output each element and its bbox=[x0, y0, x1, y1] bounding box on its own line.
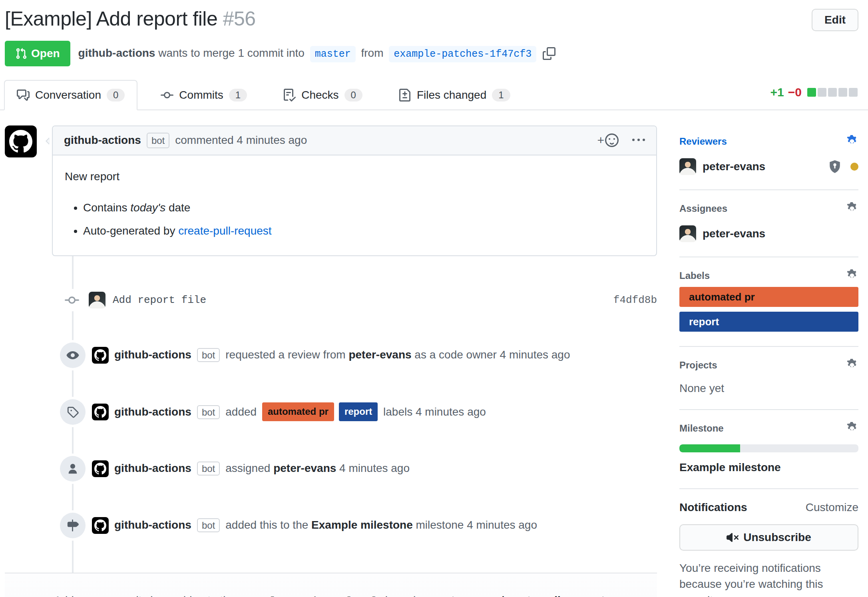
comment-author[interactable]: github-actions bbox=[64, 134, 141, 147]
diff-stats[interactable]: +1 −0 bbox=[770, 86, 858, 99]
diff-block-neutral bbox=[849, 88, 858, 97]
peter-evans-avatar[interactable] bbox=[679, 225, 696, 242]
gear-icon[interactable] bbox=[846, 359, 858, 372]
event-text: github-actionsbotadded automated prrepor… bbox=[114, 402, 486, 421]
projects-heading[interactable]: Projects bbox=[679, 359, 858, 372]
event-author[interactable]: github-actions bbox=[114, 462, 191, 474]
notifications-note: You’re receiving notifications because y… bbox=[679, 560, 858, 597]
gear-icon[interactable] bbox=[846, 269, 858, 282]
footer-repo[interactable]: peter-evans/create-pull-request bbox=[438, 594, 605, 597]
milestone-heading[interactable]: Milestone bbox=[679, 422, 858, 435]
commit-sha[interactable]: f4dfd8b bbox=[613, 294, 657, 306]
bot-badge: bot bbox=[197, 405, 220, 419]
github-actions-avatar[interactable] bbox=[92, 347, 109, 364]
eye-icon bbox=[60, 342, 86, 368]
shield-lock-icon bbox=[828, 160, 842, 173]
gear-icon[interactable] bbox=[846, 202, 858, 215]
milestone-link[interactable]: Example milestone bbox=[311, 519, 413, 531]
tab-commits-count: 1 bbox=[229, 89, 247, 101]
projects-section: Projects None yet bbox=[679, 347, 858, 410]
tag-icon bbox=[60, 399, 86, 425]
page-title: [Example] Add report file #56 bbox=[5, 6, 812, 32]
event-text: github-actionsbotrequested a review from… bbox=[114, 347, 570, 363]
pr-header: [Example] Add report file #56 Edit Open … bbox=[0, 0, 868, 67]
reviewers-heading[interactable]: Reviewers bbox=[679, 135, 858, 148]
pr-title-text: [Example] Add report file bbox=[5, 8, 217, 30]
event-author[interactable]: github-actions bbox=[114, 519, 191, 531]
pr-number: #56 bbox=[223, 8, 256, 30]
comment-body: New report Contains today's date Auto-ge… bbox=[53, 155, 656, 255]
reviewer-name[interactable]: peter-evans bbox=[703, 160, 765, 173]
unsubscribe-button[interactable]: Unsubscribe bbox=[679, 524, 858, 551]
copy-icon bbox=[543, 47, 555, 60]
label-automated-pr[interactable]: automated pr bbox=[679, 287, 858, 307]
create-pull-request-link[interactable]: create-pull-request bbox=[178, 225, 271, 237]
comment-action-text: commented 4 minutes ago bbox=[175, 134, 307, 147]
github-actions-avatar[interactable] bbox=[5, 125, 37, 157]
timeline-event-assigned: github-actionsbotassigned peter-evans 4 … bbox=[5, 456, 657, 482]
reviewers-section: Reviewers peter-evans bbox=[679, 128, 858, 190]
assignee-name[interactable]: peter-evans bbox=[703, 227, 765, 240]
labels-section: Labels automated pr report bbox=[679, 257, 858, 347]
label-report[interactable]: report bbox=[339, 402, 378, 421]
assignee-row: peter-evans bbox=[679, 225, 858, 242]
comment-bullet-1-emphasis: today's bbox=[130, 201, 165, 214]
timeline-event-review-requested: github-actionsbotrequested a review from… bbox=[5, 342, 657, 368]
labels-heading[interactable]: Labels bbox=[679, 269, 858, 282]
diff-block-neutral bbox=[838, 88, 847, 97]
copy-branch-button[interactable] bbox=[543, 47, 555, 60]
tab-commits[interactable]: Commits 1 bbox=[148, 80, 260, 110]
pr-sidebar: Reviewers peter-evans Assignees peter-ev… bbox=[679, 125, 858, 597]
committer-avatar[interactable] bbox=[89, 292, 106, 308]
tab-checks[interactable]: Checks 0 bbox=[270, 80, 375, 110]
git-pull-request-icon bbox=[15, 48, 27, 60]
commit-message[interactable]: Add report file bbox=[113, 294, 206, 306]
base-branch-label[interactable]: master bbox=[310, 46, 356, 62]
gear-icon[interactable] bbox=[846, 422, 858, 435]
footer-branch: example-patches-1f47cf3 bbox=[239, 595, 382, 597]
head-branch-label[interactable]: example-patches-1f47cf3 bbox=[389, 46, 536, 62]
octocat-icon bbox=[94, 406, 106, 418]
reviewer-name[interactable]: peter-evans bbox=[348, 348, 411, 361]
label-automated-pr[interactable]: automated pr bbox=[262, 402, 334, 421]
kebab-horizontal-icon bbox=[632, 134, 645, 147]
event-author[interactable]: github-actions bbox=[114, 348, 191, 361]
pr-tabs-bar: Conversation 0 Commits 1 Checks 0 Files … bbox=[0, 80, 868, 110]
pr-author[interactable]: github-actions bbox=[78, 47, 155, 59]
commit-item: Add report file f4dfd8b bbox=[5, 289, 657, 311]
customize-link[interactable]: Customize bbox=[806, 501, 858, 514]
assignee-name[interactable]: peter-evans bbox=[273, 462, 336, 474]
comment-options-button[interactable] bbox=[632, 134, 645, 147]
assignees-heading[interactable]: Assignees bbox=[679, 202, 858, 215]
peter-evans-avatar[interactable] bbox=[679, 158, 696, 175]
octocat-icon bbox=[94, 349, 106, 361]
event-text: github-actionsbotadded this to the Examp… bbox=[114, 517, 537, 533]
mute-icon bbox=[727, 531, 739, 543]
milestone-name[interactable]: Example milestone bbox=[679, 461, 858, 474]
tab-checks-count: 0 bbox=[344, 89, 362, 101]
comment-discussion-icon bbox=[17, 89, 30, 101]
diff-deletions: −0 bbox=[788, 86, 802, 99]
milestone-section: Milestone Example milestone bbox=[679, 410, 858, 489]
gear-icon[interactable] bbox=[846, 135, 858, 148]
pending-review-dot bbox=[850, 163, 858, 171]
comment: github-actions bot commented 4 minutes a… bbox=[5, 125, 657, 256]
github-actions-avatar[interactable] bbox=[92, 404, 109, 420]
discussion-timeline: github-actions bot commented 4 minutes a… bbox=[5, 125, 657, 597]
add-reaction-button[interactable]: + bbox=[597, 133, 619, 147]
timeline-event-milestoned: github-actionsbotadded this to the Examp… bbox=[5, 513, 657, 538]
tab-conversation-count: 0 bbox=[107, 89, 125, 101]
event-author[interactable]: github-actions bbox=[114, 406, 191, 418]
github-actions-avatar[interactable] bbox=[92, 460, 109, 477]
diff-additions: +1 bbox=[770, 86, 784, 99]
edit-button[interactable]: Edit bbox=[812, 9, 858, 31]
tab-conversation[interactable]: Conversation 0 bbox=[4, 80, 137, 110]
tab-files-changed[interactable]: Files changed 1 bbox=[386, 80, 523, 110]
label-report[interactable]: report bbox=[679, 312, 858, 332]
comment-intro: New report bbox=[65, 168, 644, 185]
pr-state-badge: Open bbox=[5, 41, 70, 66]
notifications-heading: Notifications bbox=[679, 501, 747, 514]
github-actions-avatar[interactable] bbox=[92, 517, 109, 534]
diff-block-added bbox=[807, 88, 816, 97]
event-text: github-actionsbotassigned peter-evans 4 … bbox=[114, 460, 410, 477]
